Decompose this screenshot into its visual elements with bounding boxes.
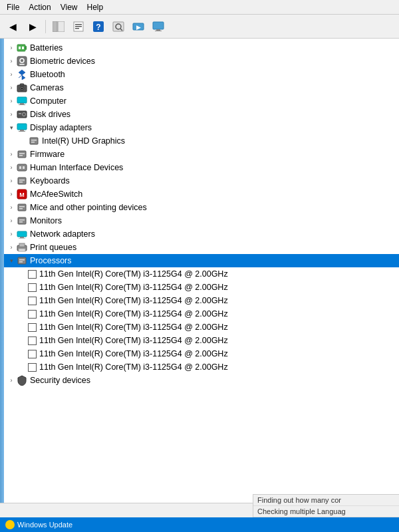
expand-arrow-monitors[interactable]: ›: [7, 216, 16, 225]
svg-text:▶: ▶: [136, 24, 141, 31]
tree-item-batteries[interactable]: ›Batteries: [4, 41, 399, 55]
svg-rect-65: [19, 261, 23, 263]
expand-arrow-print[interactable]: ›: [7, 243, 16, 252]
expand-arrow-cameras[interactable]: ›: [7, 83, 16, 92]
expand-arrow-bluetooth[interactable]: ›: [7, 70, 16, 79]
intel-uhd-icon: [28, 135, 40, 147]
svg-rect-63: [18, 257, 26, 264]
status-msg-1: Finding out how many cor: [253, 495, 399, 506]
svg-rect-45: [23, 166, 25, 169]
tree-item-bluetooth[interactable]: ›Bluetooth: [4, 68, 399, 81]
back-button[interactable]: ◀: [4, 18, 21, 35]
item-label-mice: Mice and other pointing devices: [30, 203, 147, 212]
item-label-print: Print queues: [30, 243, 76, 252]
item-label-proc2: 11th Gen Intel(R) Core(TM) i3-1125G4 @ 2…: [39, 283, 228, 292]
expand-arrow-batteries[interactable]: ›: [7, 43, 16, 53]
item-label-disk: Disk drives: [30, 110, 70, 119]
help-button[interactable]: ?: [90, 18, 107, 35]
svg-rect-29: [20, 103, 24, 104]
tree-item-proc8[interactable]: 11th Gen Intel(R) Core(TM) i3-1125G4 @ 2…: [4, 360, 399, 374]
status-messages-panel: Finding out how many cor Checking multip…: [253, 494, 399, 517]
tree-item-proc3[interactable]: 11th Gen Intel(R) Core(TM) i3-1125G4 @ 2…: [4, 294, 399, 307]
processors-icon: [16, 255, 28, 267]
properties-button[interactable]: [70, 18, 87, 35]
tree-item-proc2[interactable]: 11th Gen Intel(R) Core(TM) i3-1125G4 @ 2…: [4, 281, 399, 294]
tree-item-print[interactable]: ›Print queues: [4, 241, 399, 254]
expand-arrow-network[interactable]: ›: [7, 229, 16, 239]
item-label-biometric: Biometric devices: [30, 57, 95, 66]
display-button[interactable]: [150, 18, 167, 35]
scan-button[interactable]: [110, 18, 127, 35]
expand-arrow-security[interactable]: ›: [7, 376, 16, 385]
svg-rect-55: [19, 219, 25, 221]
computer-icon: [16, 95, 28, 107]
processor-icon: [28, 297, 37, 305]
tree-item-processors[interactable]: ▾Processors: [4, 254, 399, 267]
expand-arrow-processors[interactable]: ▾: [7, 256, 16, 265]
svg-rect-16: [17, 45, 25, 51]
svg-rect-18: [19, 47, 21, 49]
menu-file[interactable]: File: [3, 2, 23, 13]
expand-arrow-hid[interactable]: ›: [7, 163, 16, 172]
tree-item-biometric[interactable]: ›Biometric devices: [4, 55, 399, 68]
svg-rect-37: [30, 138, 38, 144]
item-label-hid: Human Interface Devices: [30, 163, 123, 172]
svg-rect-32: [19, 113, 21, 114]
tree-item-disk[interactable]: ›Disk drives: [4, 108, 399, 121]
device-tree[interactable]: ›Batteries›Biometric devices›Bluetooth›C…: [4, 39, 399, 503]
item-label-proc6: 11th Gen Intel(R) Core(TM) i3-1125G4 @ 2…: [39, 336, 228, 345]
expand-arrow-computer[interactable]: ›: [7, 96, 16, 106]
tree-item-keyboards[interactable]: ›Keyboards: [4, 174, 399, 188]
item-label-computer: Computer: [30, 96, 66, 106]
tree-item-intel-uhd[interactable]: Intel(R) UHD Graphics: [4, 134, 399, 148]
main-area: ›Batteries›Biometric devices›Bluetooth›C…: [0, 39, 399, 503]
menu-help[interactable]: Help: [83, 2, 108, 13]
item-label-proc8: 11th Gen Intel(R) Core(TM) i3-1125G4 @ 2…: [39, 362, 228, 372]
show-hide-console-button[interactable]: [50, 18, 67, 35]
tree-item-proc5[interactable]: 11th Gen Intel(R) Core(TM) i3-1125G4 @ 2…: [4, 321, 399, 334]
svg-rect-27: [20, 84, 24, 86]
tree-item-proc6[interactable]: 11th Gen Intel(R) Core(TM) i3-1125G4 @ 2…: [4, 334, 399, 347]
tree-item-mcafee[interactable]: ›MMcAfeeSwitch: [4, 188, 399, 201]
tree-item-computer[interactable]: ›Computer: [4, 94, 399, 108]
tree-item-security[interactable]: ›Security devices: [4, 374, 399, 387]
svg-rect-40: [18, 151, 26, 158]
expand-arrow-biometric[interactable]: ›: [7, 57, 16, 66]
tree-item-monitors[interactable]: ›Monitors: [4, 214, 399, 227]
processor-icon: [28, 363, 37, 372]
expand-arrow-keyboards[interactable]: ›: [7, 176, 16, 186]
tree-item-display[interactable]: ▾Display adapters: [4, 121, 399, 134]
print-icon: [16, 241, 28, 253]
tree-item-network[interactable]: ›Network adapters: [4, 227, 399, 241]
tree-item-proc7[interactable]: 11th Gen Intel(R) Core(TM) i3-1125G4 @ 2…: [4, 347, 399, 360]
svg-point-26: [21, 88, 23, 90]
forward-button[interactable]: ▶: [24, 18, 41, 35]
expand-arrow-firmware[interactable]: ›: [7, 150, 16, 159]
svg-rect-38: [31, 140, 37, 141]
batteries-icon: [16, 42, 28, 54]
tree-item-proc1[interactable]: 11th Gen Intel(R) Core(TM) i3-1125G4 @ 2…: [4, 267, 399, 281]
windows-update-icon: [5, 520, 15, 529]
menu-view[interactable]: View: [57, 2, 82, 13]
menu-action[interactable]: Action: [25, 2, 55, 13]
tree-item-mice[interactable]: ›Mice and other pointing devices: [4, 201, 399, 214]
display-icon: [16, 122, 28, 134]
item-label-proc3: 11th Gen Intel(R) Core(TM) i3-1125G4 @ 2…: [39, 296, 228, 305]
svg-text:M: M: [19, 192, 25, 198]
tree-item-proc4[interactable]: 11th Gen Intel(R) Core(TM) i3-1125G4 @ 2…: [4, 307, 399, 321]
item-label-keyboards: Keyboards: [30, 176, 70, 186]
tree-item-firmware[interactable]: ›Firmware: [4, 148, 399, 161]
svg-rect-46: [18, 178, 26, 184]
status-msg-2: Checking multiple Languag: [253, 506, 399, 517]
expand-arrow-disk[interactable]: ›: [7, 110, 16, 119]
disk-icon: [16, 108, 28, 120]
tree-item-cameras[interactable]: ›Cameras: [4, 81, 399, 94]
update-driver-button[interactable]: ▶: [130, 18, 147, 35]
item-label-proc4: 11th Gen Intel(R) Core(TM) i3-1125G4 @ 2…: [39, 309, 228, 319]
expand-arrow-mice[interactable]: ›: [7, 203, 16, 212]
expand-arrow-mcafee[interactable]: ›: [7, 190, 16, 199]
svg-rect-15: [155, 31, 162, 31]
windows-update-item[interactable]: Windows Update: [5, 520, 72, 529]
tree-item-hid[interactable]: ›Human Interface Devices: [4, 161, 399, 174]
expand-arrow-display[interactable]: ▾: [7, 123, 16, 132]
